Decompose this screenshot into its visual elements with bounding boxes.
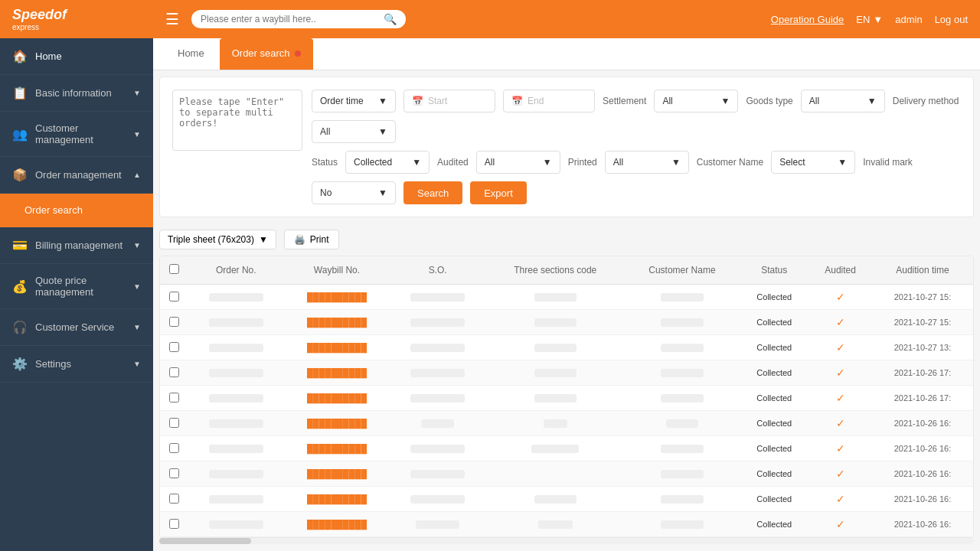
order-table-wrapper: Order No. Waybill No. S.O. Three section… <box>159 256 974 538</box>
sidebar-item-order-mgmt[interactable]: 📦 Order management ▲ <box>0 157 153 194</box>
table-row: ██████████ ██████████ ██████████ ████ ██… <box>160 310 973 335</box>
row-checkbox[interactable] <box>169 292 179 302</box>
goods-type-value: All <box>809 96 819 106</box>
so-cell: ████████ <box>389 512 486 537</box>
menu-icon[interactable]: ☰ <box>165 10 179 28</box>
table-row: ██████████ ██████████ ██████████ ███████… <box>160 461 973 487</box>
sheet-select[interactable]: Triple sheet (76x203) ▼ <box>159 230 276 249</box>
row-checkbox[interactable] <box>169 494 179 504</box>
audited-cell: ✓ <box>808 335 872 360</box>
sidebar-item-label: Quote price management <box>35 275 133 298</box>
row-checkbox[interactable] <box>169 317 179 327</box>
export-button[interactable]: Export <box>470 181 527 204</box>
waybill-no-cell: ██████████ <box>285 310 390 335</box>
sidebar-item-label: Customer management <box>35 122 133 145</box>
print-button[interactable]: 🖨️ Print <box>284 230 339 249</box>
customer-name-cell: ████████ <box>625 285 740 310</box>
sheet-label: Triple sheet (76x203) <box>168 234 254 245</box>
status-cell: Collected <box>740 310 808 335</box>
search-button[interactable]: Search <box>403 181 462 204</box>
audition-time-cell: 2021-10-26 16: <box>872 461 973 487</box>
end-date-input[interactable]: 📅 End <box>503 90 595 112</box>
three-sections-cell: ███ █ <box>486 411 625 436</box>
sidebar-item-label: Customer Service <box>35 321 114 333</box>
row-checkbox[interactable] <box>169 468 179 478</box>
order-time-select[interactable]: Order time ▼ <box>312 90 396 112</box>
calendar-icon: 📅 <box>511 96 523 106</box>
filter-row-top: Order time ▼ 📅 Start 📅 End Settlement <box>312 90 961 143</box>
customer-name-value: Select <box>779 157 805 168</box>
order-time-label: Order time <box>320 96 364 106</box>
invalid-mark-select[interactable]: No ▼ <box>312 181 396 204</box>
row-checkbox[interactable] <box>169 367 179 377</box>
sidebar-item-quote-price[interactable]: 💰 Quote price management ▼ <box>0 264 153 309</box>
col-so: S.O. <box>389 256 486 285</box>
row-checkbox[interactable] <box>169 342 179 352</box>
pagination: Total 44317 10/page ‹ 1 2 3 4 5 6 ••• 44… <box>153 547 980 551</box>
logo: Speedof express <box>0 0 153 38</box>
brand-name: Speedof <box>12 8 67 21</box>
sidebar-item-billing-mgmt[interactable]: 💳 Billing management ▼ <box>0 227 153 264</box>
row-checkbox-cell <box>160 335 188 360</box>
search-icon: 🔍 <box>384 13 397 25</box>
three-sections-cell: ████ ██ █ <box>486 487 625 512</box>
search-input[interactable] <box>201 14 377 24</box>
topbar: ☰ 🔍 Operation Guide EN ▼ admin Log out <box>153 0 980 38</box>
status-select[interactable]: Collected ▼ <box>345 151 430 174</box>
order-no-cell: ██████████ <box>188 310 285 335</box>
col-three-sections: Three sections code <box>486 256 625 285</box>
sidebar-item-customer-mgmt[interactable]: 👥 Customer management ▼ <box>0 112 153 157</box>
scrollbar-thumb[interactable] <box>159 538 251 544</box>
tab-bar: Home Order search <box>153 38 980 70</box>
sidebar-item-customer-service[interactable]: 🎧 Customer Service ▼ <box>0 309 153 346</box>
goods-type-select[interactable]: All ▼ <box>801 90 885 112</box>
check-icon: ✓ <box>836 392 845 404</box>
operation-guide-link[interactable]: Operation Guide <box>771 14 844 25</box>
check-icon: ✓ <box>836 468 845 480</box>
order-no-cell: ██████████ <box>188 436 285 461</box>
so-cell: ██████████ <box>389 487 486 512</box>
basic-info-icon: 📋 <box>12 86 28 100</box>
tab-home[interactable]: Home <box>165 38 217 70</box>
audition-time-cell: 2021-10-26 16: <box>872 411 973 436</box>
sidebar-item-label: Order search <box>24 204 83 216</box>
row-checkbox[interactable] <box>169 393 179 403</box>
print-label: Print <box>310 234 329 245</box>
audition-time-cell: 2021-10-27 13: <box>872 335 973 360</box>
tab-order-search[interactable]: Order search <box>220 38 313 70</box>
row-checkbox-cell <box>160 386 188 411</box>
search-bar[interactable]: 🔍 <box>191 10 406 28</box>
audited-cell: ✓ <box>808 360 872 386</box>
sidebar-item-settings[interactable]: ⚙️ Settings ▼ <box>0 346 153 383</box>
horizontal-scrollbar[interactable] <box>159 538 974 544</box>
table-row: ██████████ ██████████ ██████████ ████ ██… <box>160 436 973 461</box>
chevron-down-icon: ▼ <box>133 130 141 139</box>
row-checkbox[interactable] <box>169 418 179 428</box>
table-header-row: Order No. Waybill No. S.O. Three section… <box>160 256 973 285</box>
row-checkbox[interactable] <box>169 519 179 529</box>
settlement-select[interactable]: All ▼ <box>654 90 738 112</box>
select-all-checkbox[interactable] <box>169 264 179 274</box>
start-date-input[interactable]: 📅 Start <box>403 90 495 112</box>
logout-button[interactable]: Log out <box>935 14 968 25</box>
audited-select[interactable]: All ▼ <box>476 151 560 174</box>
waybill-no-cell: ██████████ <box>285 360 390 386</box>
sidebar-item-home[interactable]: 🏠 Home <box>0 38 153 75</box>
sidebar-item-basic-info[interactable]: 📋 Basic information ▼ <box>0 75 153 112</box>
delivery-method-label: Delivery method <box>893 96 959 106</box>
home-icon: 🏠 <box>12 49 28 64</box>
customer-name-select[interactable]: Select ▼ <box>771 151 855 174</box>
delivery-method-select[interactable]: All ▼ <box>312 120 396 143</box>
chevron-down-icon: ▼ <box>133 323 141 331</box>
so-cell: ██████████ <box>389 285 486 310</box>
chevron-down-icon: ▼ <box>873 14 883 25</box>
chevron-down-icon: ▼ <box>543 157 552 168</box>
table-row: ██████████ ██████████ ██████████ ████ ██… <box>160 285 973 310</box>
order-textarea[interactable] <box>172 90 302 151</box>
sidebar-item-order-search[interactable]: Order search <box>0 194 153 227</box>
language-selector[interactable]: EN ▼ <box>856 14 883 25</box>
printed-select[interactable]: All ▼ <box>605 151 689 174</box>
user-label: admin <box>895 14 922 25</box>
row-checkbox[interactable] <box>169 443 179 453</box>
invalid-mark-label: Invalid mark <box>863 157 913 168</box>
